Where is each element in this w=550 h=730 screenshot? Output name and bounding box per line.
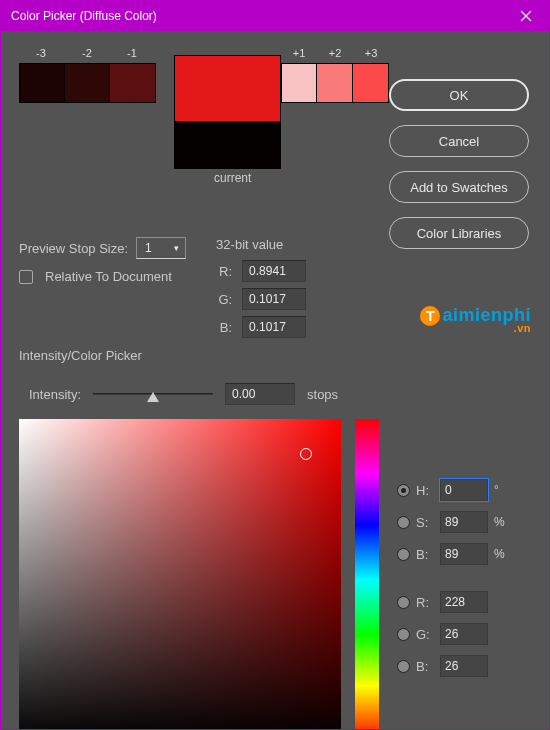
input-value: 0 xyxy=(445,483,452,497)
percent-symbol: % xyxy=(494,547,508,561)
dialog-buttons: OK Cancel Add to Swatches Color Librarie… xyxy=(389,79,529,249)
input-value: 26 xyxy=(445,627,458,641)
current-color-swatch[interactable] xyxy=(175,121,280,168)
intensity-label: Intensity: xyxy=(29,387,81,402)
green-radio[interactable] xyxy=(397,628,410,641)
preview-stop-size-select[interactable]: 1 ▾ xyxy=(136,237,186,259)
h-label: H: xyxy=(416,483,434,498)
add-to-swatches-button[interactable]: Add to Swatches xyxy=(389,171,529,203)
blue-input[interactable]: 26 xyxy=(440,655,488,677)
new-current-swatch[interactable] xyxy=(174,55,281,169)
select-value: 1 xyxy=(145,241,152,255)
input-value: 0.8941 xyxy=(249,264,286,278)
saturation-radio[interactable] xyxy=(397,516,410,529)
channel-inputs: H: 0 ° S: 89 % B: 89 % xyxy=(397,419,508,677)
saturation-value-picker[interactable] xyxy=(19,419,341,730)
stop-swatch[interactable] xyxy=(20,64,65,102)
stop-label: -1 xyxy=(112,47,152,59)
button-label: OK xyxy=(450,88,469,103)
positive-stops-swatches[interactable] xyxy=(281,63,389,103)
stop-swatch[interactable] xyxy=(282,64,317,102)
input-value: 0.00 xyxy=(232,387,255,401)
r-label: R: xyxy=(216,264,232,279)
intensity-input[interactable]: 0.00 xyxy=(225,383,295,405)
s-label: S: xyxy=(416,515,434,530)
hue-radio[interactable] xyxy=(397,484,410,497)
exposure-stops-strip: -3 -2 -1 +1 +2 +3 current xyxy=(19,63,389,103)
stop-label: -2 xyxy=(67,47,107,59)
ok-button[interactable]: OK xyxy=(389,79,529,111)
input-value: 89 xyxy=(445,515,458,529)
brightness-radio[interactable] xyxy=(397,548,410,561)
stop-label: +3 xyxy=(351,47,391,59)
preview-stop-size-label: Preview Stop Size: xyxy=(19,241,128,256)
close-icon xyxy=(520,10,532,22)
stop-swatch[interactable] xyxy=(65,64,110,102)
input-value: 89 xyxy=(445,547,458,561)
chevron-down-icon: ▾ xyxy=(174,243,179,253)
stop-swatch[interactable] xyxy=(353,64,388,102)
b-rgb-label: B: xyxy=(416,659,434,674)
button-label: Add to Swatches xyxy=(410,180,508,195)
stop-label: +1 xyxy=(279,47,319,59)
button-label: Color Libraries xyxy=(417,226,502,241)
percent-symbol: % xyxy=(494,515,508,529)
color-libraries-button[interactable]: Color Libraries xyxy=(389,217,529,249)
brightness-input[interactable]: 89 xyxy=(440,543,488,565)
watermark-icon: T xyxy=(420,306,440,326)
sv-cursor-icon[interactable] xyxy=(300,448,312,460)
color-picker-dialog: Color Picker (Diffuse Color) -3 -2 -1 +1… xyxy=(0,0,550,730)
intensity-suffix: stops xyxy=(307,387,338,402)
stop-label: -3 xyxy=(21,47,61,59)
b-32bit-input[interactable]: 0.1017 xyxy=(242,316,306,338)
input-value: 26 xyxy=(445,659,458,673)
input-value: 228 xyxy=(445,595,465,609)
saturation-input[interactable]: 89 xyxy=(440,511,488,533)
b-hsb-label: B: xyxy=(416,547,434,562)
intensity-slider[interactable] xyxy=(93,393,213,395)
g-rgb-label: G: xyxy=(416,627,434,642)
blue-radio[interactable] xyxy=(397,660,410,673)
r-32bit-input[interactable]: 0.8941 xyxy=(242,260,306,282)
window-title: Color Picker (Diffuse Color) xyxy=(11,9,157,23)
slider-thumb-icon[interactable] xyxy=(147,392,159,402)
hue-slider[interactable] xyxy=(355,419,379,730)
thirtytwo-bit-header: 32-bit value xyxy=(216,237,306,252)
input-value: 0.1017 xyxy=(249,292,286,306)
stop-swatch[interactable] xyxy=(317,64,352,102)
button-label: Cancel xyxy=(439,134,479,149)
sv-black-gradient xyxy=(19,419,341,730)
watermark: Taimienphi .vn xyxy=(420,305,531,334)
stop-label: +2 xyxy=(315,47,355,59)
input-value: 0.1017 xyxy=(249,320,286,334)
b-label: B: xyxy=(216,320,232,335)
intensity-section-header: Intensity/Color Picker xyxy=(19,348,535,363)
hue-input[interactable]: 0 xyxy=(440,479,488,501)
close-button[interactable] xyxy=(503,1,549,31)
negative-stops-swatches[interactable] xyxy=(19,63,156,103)
degree-symbol: ° xyxy=(494,483,508,497)
red-radio[interactable] xyxy=(397,596,410,609)
r-rgb-label: R: xyxy=(416,595,434,610)
relative-to-document-label: Relative To Document xyxy=(45,269,172,284)
stop-swatch[interactable] xyxy=(110,64,155,102)
cancel-button[interactable]: Cancel xyxy=(389,125,529,157)
green-input[interactable]: 26 xyxy=(440,623,488,645)
g-label: G: xyxy=(216,292,232,307)
g-32bit-input[interactable]: 0.1017 xyxy=(242,288,306,310)
current-label: current xyxy=(214,171,251,185)
titlebar[interactable]: Color Picker (Diffuse Color) xyxy=(1,1,549,31)
relative-to-document-checkbox[interactable] xyxy=(19,270,33,284)
new-color-swatch[interactable] xyxy=(175,56,280,121)
red-input[interactable]: 228 xyxy=(440,591,488,613)
